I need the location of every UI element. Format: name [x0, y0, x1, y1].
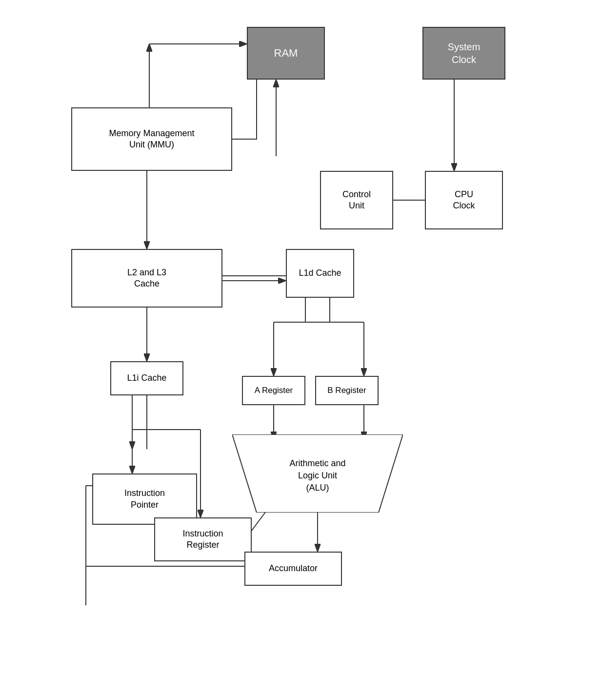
l1d-cache-box: L1d Cache: [286, 249, 354, 298]
svg-text:(ALU): (ALU): [306, 483, 329, 493]
svg-text:Logic Unit: Logic Unit: [298, 471, 337, 480]
alu-box: Arithmetic and Logic Unit (ALU): [232, 434, 403, 513]
cpu-clock-box: CPUClock: [425, 171, 503, 229]
l2l3-cache-box: L2 and L3Cache: [71, 249, 222, 308]
b-register-box: B Register: [315, 376, 379, 405]
a-register-box: A Register: [242, 376, 305, 405]
l1i-cache-box: L1i Cache: [110, 361, 183, 395]
ram-box: RAM: [247, 27, 325, 80]
mmu-box: Memory ManagementUnit (MMU): [71, 107, 232, 171]
cpu-diagram: RAM SystemClock Memory ManagementUnit (M…: [57, 10, 544, 683]
system-clock-box: SystemClock: [422, 27, 505, 80]
control-unit-box: ControlUnit: [320, 171, 393, 229]
accumulator-box: Accumulator: [244, 552, 342, 586]
instruction-register-box: InstructionRegister: [154, 517, 252, 561]
svg-text:Arithmetic and: Arithmetic and: [289, 458, 345, 468]
